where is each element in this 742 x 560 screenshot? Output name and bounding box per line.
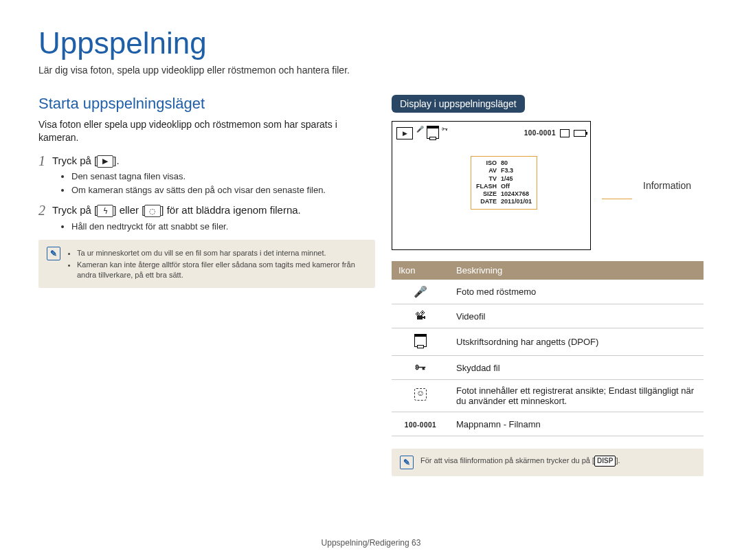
- card-icon: [560, 129, 570, 137]
- display-figure: ▶ 🎤 🗝 100-0001: [392, 121, 704, 250]
- step-number: 1: [38, 154, 45, 168]
- play-button-icon: ▶: [97, 155, 113, 168]
- table-row: 🗝 Skyddad fil: [392, 356, 704, 380]
- section-intro: Visa foton eller spela upp videoklipp oc…: [38, 118, 375, 144]
- note-box: ✎ För att visa filinformation på skärmen…: [392, 449, 704, 476]
- info-value-tv: 1/45: [499, 175, 534, 183]
- note-list: Ta ur minneskortet om du vill se en fil …: [67, 247, 367, 282]
- information-callout: Information: [643, 180, 691, 191]
- camera-screen: ▶ 🎤 🗝 100-0001: [392, 121, 591, 250]
- step-1-bullets: Den senast tagna filen visas. Om kameran…: [59, 170, 375, 197]
- info-value-av: F3.3: [499, 167, 534, 175]
- note-box: ✎ Ta ur minneskortet om du vill se en fi…: [38, 240, 375, 289]
- step-number: 2: [38, 203, 45, 217]
- step-1: 1 Tryck på [▶]. Den senast tagna filen v…: [38, 154, 375, 197]
- th-icon: Ikon: [392, 261, 449, 280]
- cell-desc: Foto med röstmemo: [449, 280, 704, 304]
- print-order-icon: [427, 126, 439, 140]
- note-icon: ✎: [47, 247, 60, 260]
- protect-icon: 🗝: [392, 356, 449, 380]
- table-row: Utskriftsordning har angetts (DPOF): [392, 328, 704, 356]
- face-icon: [392, 380, 449, 412]
- list-item: Ta ur minneskortet om du vill se en fil …: [77, 248, 367, 258]
- step-2-bullets: Håll den nedtryckt för att snabbt se fil…: [59, 221, 375, 233]
- list-item: Den senast tagna filen visas.: [71, 170, 375, 183]
- cell-desc: Videofil: [449, 304, 704, 328]
- folder-file-icon: 100-0001: [392, 412, 449, 436]
- play-mode-icon: ▶: [396, 127, 413, 139]
- content-columns: Starta uppspelningsläget Visa foton elle…: [38, 95, 704, 476]
- cell-desc: Utskriftsordning har angetts (DPOF): [449, 328, 704, 356]
- section-heading: Starta uppspelningsläget: [38, 95, 375, 113]
- battery-icon: [574, 130, 586, 137]
- page-lead: Lär dig visa foton, spela upp videoklipp…: [38, 65, 704, 76]
- subsection-pill: Display i uppspelningsläget: [392, 95, 525, 113]
- note-text-inline: För att visa filinformation på skärmen t…: [420, 456, 620, 467]
- list-item: Håll den nedtryckt för att snabbt se fil…: [71, 221, 375, 233]
- timer-button-icon: ◌: [144, 205, 161, 217]
- right-column: Display i uppspelningsläget ▶ 🎤 🗝: [392, 95, 704, 476]
- page-title: Uppspelning: [38, 26, 704, 60]
- info-value-date: 2011/01/01: [499, 198, 534, 205]
- th-desc: Beskrivning: [449, 261, 704, 280]
- info-label-tv: TV: [474, 175, 499, 183]
- info-label-flash: FLASH: [474, 183, 499, 190]
- step-2: 2 Tryck på [ϟ] eller [◌] för att bläddra…: [38, 203, 375, 232]
- note-icon: ✎: [400, 456, 414, 469]
- voice-memo-icon: 🎤: [416, 126, 424, 140]
- cell-desc: Fotot innehåller ett registrerat ansikte…: [449, 380, 704, 412]
- left-column: Starta uppspelningsläget Visa foton elle…: [38, 95, 375, 476]
- info-label-date: DATE: [474, 198, 499, 205]
- table-row: Fotot innehåller ett registrerat ansikte…: [392, 380, 704, 412]
- table-row: 📽 Videofil: [392, 304, 704, 328]
- protect-icon: 🗝: [442, 126, 448, 140]
- list-item: Om kameran stängs av sätts den på och vi…: [71, 184, 375, 197]
- step-2-text: Tryck på [ϟ] eller [◌] för att bläddra i…: [52, 203, 301, 217]
- table-row: 100-0001 Mappnamn - Filnamn: [392, 412, 704, 436]
- page-footer: Uppspelning/Redigering 63: [0, 538, 742, 548]
- flash-button-icon: ϟ: [97, 205, 113, 217]
- list-item: Kameran kan inte återge alltför stora fi…: [77, 260, 367, 280]
- cell-desc: Skyddad fil: [449, 356, 704, 380]
- cell-desc: Mappnamn - Filnamn: [449, 412, 704, 436]
- video-icon: 📽: [392, 304, 449, 328]
- info-label-av: AV: [474, 167, 499, 175]
- info-value-iso: 80: [499, 159, 534, 167]
- manual-page: Uppspelning Lär dig visa foton, spela up…: [0, 0, 742, 560]
- disp-button-icon: DISP: [594, 456, 616, 467]
- step-1-text: Tryck på [▶].: [52, 154, 120, 168]
- table-row: 🎤 Foto med röstmemo: [392, 280, 704, 304]
- info-label-size: SIZE: [474, 190, 499, 198]
- folder-file-label: 100-0001: [524, 129, 556, 137]
- print-icon: [392, 328, 449, 356]
- info-label-iso: ISO: [474, 159, 499, 167]
- voice-memo-icon: 🎤: [392, 280, 449, 304]
- info-box: ISO80 AVF3.3 TV1/45 FLASHOff SIZE1024X76…: [471, 156, 537, 210]
- info-value-flash: Off: [499, 183, 534, 190]
- icon-definition-table: Ikon Beskrivning 🎤 Foto med röstmemo 📽 V…: [392, 261, 704, 436]
- info-value-size: 1024X768: [499, 190, 534, 198]
- leader-line: [602, 199, 632, 200]
- screen-top-bar: ▶ 🎤 🗝 100-0001: [396, 126, 586, 140]
